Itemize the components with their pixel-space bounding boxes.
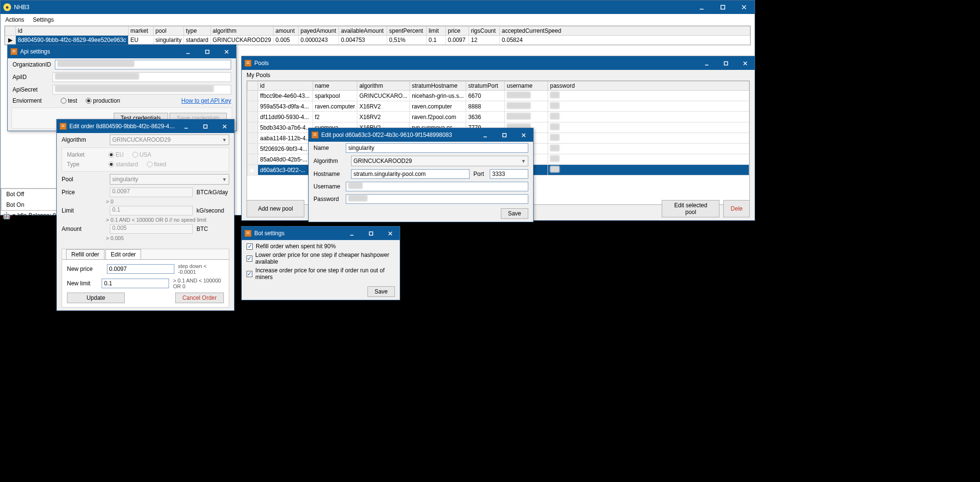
minimize-button[interactable] (691, 0, 712, 14)
limit-input: 0.1 (110, 206, 193, 215)
pool-dropdown[interactable]: singularity (110, 174, 229, 185)
pool-password-input[interactable] (346, 194, 528, 204)
close-button[interactable] (217, 45, 236, 58)
type-standard-radio: standard (108, 161, 138, 168)
svg-rect-13 (724, 62, 728, 65)
market-usa-radio: USA (132, 151, 152, 158)
edit-order-titlebar[interactable]: Edit order 8d804590-9bbb-4f2c-8629-49ee5… (57, 120, 234, 133)
edit-selected-pool-button[interactable]: Edit selected pool (662, 200, 719, 217)
api-settings-window: Api settings OrganizationID ApiID ApiSec… (7, 44, 236, 131)
form-icon (312, 132, 318, 138)
pools-row[interactable]: 959a5543-d9fa-4...raven.computerX16RV2ra… (248, 101, 749, 112)
increase-price-checkbox[interactable]: ✓Increase order price for one step if or… (247, 267, 395, 281)
close-button[interactable] (735, 56, 755, 70)
orders-grid[interactable]: id market pool type algorithm amount pay… (4, 26, 751, 45)
add-new-pool-button[interactable]: Add new pool (247, 200, 304, 217)
minimize-button[interactable] (176, 120, 196, 133)
svg-rect-5 (206, 50, 209, 54)
menu-settings[interactable]: Settings (33, 16, 53, 23)
algorithm-dropdown[interactable]: GRINCUCKAROOD29 (110, 134, 229, 145)
how-to-get-api-key-link[interactable]: How to get API Key (182, 97, 231, 104)
minimize-button[interactable] (178, 45, 197, 58)
bot-save-button[interactable]: Save (367, 286, 395, 297)
pools-header-row: id name algorithm stratumHostname stratu… (248, 81, 749, 91)
order-tabs: Refill order Edit order (62, 249, 229, 260)
edit-order-window: Edit order 8d804590-9bbb-4f2c-8629-49ee5… (56, 119, 235, 311)
form-icon (60, 123, 66, 130)
pool-name-input[interactable] (346, 143, 528, 153)
svg-rect-1 (721, 5, 725, 9)
pools-row[interactable]: ffbcc9be-4e60-43...sparkpoolGRINCUCKARO.… (248, 91, 749, 101)
svg-rect-21 (369, 232, 373, 235)
market-eu-radio: EU (108, 151, 124, 158)
cancel-order-button[interactable]: Cancel Order (175, 293, 224, 303)
robot-icon: 🤖 (2, 212, 11, 219)
close-button[interactable] (733, 0, 755, 14)
menubar: Actions Settings (0, 14, 755, 26)
close-button[interactable] (380, 227, 400, 240)
minimize-button[interactable] (342, 227, 361, 240)
app-icon: ☻ (3, 3, 11, 11)
pool-save-button[interactable]: Save (501, 208, 528, 219)
maximize-button[interactable] (197, 45, 217, 58)
orders-header-row: id market pool type algorithm amount pay… (5, 27, 750, 36)
type-fixed-radio: fixed (147, 161, 166, 168)
minimize-button[interactable] (475, 128, 495, 142)
form-icon (245, 230, 251, 237)
dropdown-arrow-icon[interactable]: ▾ (13, 212, 15, 219)
maximize-button[interactable] (495, 128, 514, 142)
maximize-button[interactable] (712, 0, 733, 14)
pool-algorithm-dropdown[interactable]: GRINCUCKAROOD29 (351, 156, 528, 166)
delete-pool-button[interactable]: Dele (723, 200, 750, 217)
svg-rect-9 (204, 125, 207, 128)
pools-row[interactable]: df11dd90-5930-4...f2X16RV2raven.f2pool.c… (248, 112, 749, 122)
pool-port-input[interactable] (490, 169, 528, 179)
edit-pool-window: Edit pool d60a63c3-0f22-4b3c-9610-9f1548… (308, 128, 534, 222)
close-button[interactable] (514, 128, 533, 142)
tab-refill-order[interactable]: Refill order (66, 249, 105, 259)
amount-input: 0.005 (110, 224, 193, 234)
close-button[interactable] (215, 120, 234, 133)
form-icon (11, 48, 17, 55)
main-titlebar[interactable]: ☻ NHB3 (0, 0, 755, 14)
update-button[interactable]: Update (67, 293, 125, 303)
api-secret-input[interactable] (52, 85, 231, 94)
minimize-button[interactable] (697, 56, 716, 70)
env-test-radio[interactable]: test (61, 97, 77, 104)
api-id-input[interactable] (52, 72, 231, 82)
org-id-input[interactable] (55, 60, 231, 69)
maximize-button[interactable] (716, 56, 735, 70)
bot-settings-titlebar[interactable]: Bot settings (242, 227, 400, 240)
maximize-button[interactable] (196, 120, 215, 133)
status-idle: Idle (17, 212, 26, 219)
pool-username-input[interactable] (346, 182, 528, 191)
refill-order-checkbox[interactable]: ✓Refill order when spent hit 90% (247, 243, 395, 250)
form-icon (245, 60, 251, 67)
pools-subtitle: My Pools (242, 70, 755, 80)
env-production-radio[interactable]: production (86, 97, 120, 104)
new-limit-input[interactable] (102, 279, 169, 288)
maximize-button[interactable] (361, 227, 380, 240)
bot-settings-window: Bot settings ✓Refill order when spent hi… (241, 226, 400, 300)
pool-hostname-input[interactable] (351, 169, 470, 179)
svg-rect-17 (503, 134, 506, 137)
tab-edit-order[interactable]: Edit order (105, 249, 141, 259)
price-input: 0.0097 (110, 187, 193, 197)
api-settings-titlebar[interactable]: Api settings (8, 45, 236, 58)
pools-titlebar[interactable]: Pools (242, 56, 755, 70)
orders-row[interactable]: ▶ 8d804590-9bbb-4f2c-8629-49ee520e963c E… (5, 36, 750, 45)
edit-pool-titlebar[interactable]: Edit pool d60a63c3-0f22-4b3c-9610-9f1548… (309, 128, 533, 142)
menu-actions[interactable]: Actions (5, 16, 24, 23)
new-price-input[interactable] (107, 264, 174, 274)
main-title: NHB3 (14, 4, 691, 11)
lower-price-checkbox[interactable]: ✓Lower order price for one step if cheap… (247, 252, 395, 265)
